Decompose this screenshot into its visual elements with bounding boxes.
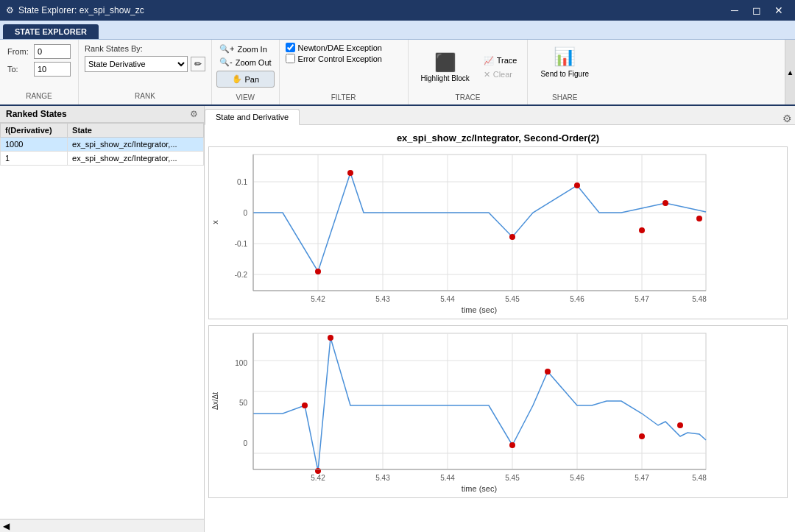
svg-point-25 bbox=[347, 170, 353, 176]
state-derivative-tab[interactable]: State and Derivative bbox=[205, 109, 300, 125]
to-label: To: bbox=[7, 65, 29, 74]
svg-text:5.47: 5.47 bbox=[635, 295, 649, 303]
svg-text:5.43: 5.43 bbox=[375, 295, 390, 303]
pan-icon: ✋ bbox=[232, 74, 242, 84]
left-panel-header: Ranked States ⚙ bbox=[0, 106, 204, 123]
svg-point-55 bbox=[302, 402, 308, 408]
col-state[interactable]: State bbox=[68, 124, 204, 138]
svg-text:-0.1: -0.1 bbox=[235, 240, 248, 248]
svg-rect-33 bbox=[253, 333, 706, 469]
cell-state: ex_spi_show_zc/Integrator,... bbox=[68, 152, 204, 166]
zoom-out-icon: 🔍- bbox=[219, 57, 233, 67]
clear-button[interactable]: ✕ Clear bbox=[479, 68, 522, 81]
ribbon-collapse-button[interactable]: ▲ bbox=[785, 40, 795, 104]
svg-text:time (sec): time (sec) bbox=[462, 305, 497, 314]
trace-group: ⬛ Highlight Block 📈 Trace ✕ Clear TRACE bbox=[409, 40, 529, 104]
main-content: Ranked States ⚙ f(Derivative) State 1000… bbox=[0, 106, 795, 532]
range-group-label: RANGE bbox=[7, 92, 71, 100]
svg-text:5.45: 5.45 bbox=[505, 474, 520, 482]
svg-text:5.45: 5.45 bbox=[505, 295, 520, 303]
ranked-states-table: f(Derivative) State 1000ex_spi_show_zc/I… bbox=[0, 123, 204, 166]
chart-title: ex_spi_show_zc/Integrator, Second-Order(… bbox=[208, 132, 788, 143]
svg-text:x: x bbox=[211, 220, 219, 224]
zoom-in-button[interactable]: 🔍+ Zoom In bbox=[216, 43, 275, 55]
right-panel-settings-icon[interactable]: ⚙ bbox=[782, 113, 792, 124]
table-row[interactable]: 1000ex_spi_show_zc/Integrator,... bbox=[1, 138, 204, 152]
close-button[interactable]: ✕ bbox=[768, 3, 789, 18]
state-explorer-tab[interactable]: STATE EXPLORER bbox=[3, 24, 99, 39]
table-row[interactable]: 1ex_spi_show_zc/Integrator,... bbox=[1, 152, 204, 166]
svg-text:5.48: 5.48 bbox=[692, 295, 707, 303]
send-to-figure-button[interactable]: 📊 Send to Figure bbox=[534, 43, 596, 92]
svg-text:5.47: 5.47 bbox=[635, 474, 649, 482]
error-control-row: Error Control Exception bbox=[286, 54, 402, 63]
panel-settings-icon[interactable]: ⚙ bbox=[190, 109, 198, 119]
chart2-svg: 100 50 0 5.42 5.43 5.44 5.45 5.46 5.47 5… bbox=[209, 326, 717, 495]
share-group-label: SHARE bbox=[552, 93, 577, 102]
scroll-left-icon[interactable]: ◀ bbox=[3, 521, 10, 531]
from-label: From: bbox=[7, 47, 29, 56]
filter-group: Newton/DAE Exception Error Control Excep… bbox=[280, 40, 409, 104]
title-bar-left: ⚙ State Explorer: ex_spi_show_zc bbox=[6, 5, 144, 15]
range-group: From: To: RANGE bbox=[0, 40, 79, 104]
col-derivative[interactable]: f(Derivative) bbox=[1, 124, 68, 138]
highlight-block-icon: ⬛ bbox=[434, 52, 456, 73]
view-group: 🔍+ Zoom In 🔍- Zoom Out ✋ Pan VIEW bbox=[212, 40, 280, 104]
svg-text:5.46: 5.46 bbox=[570, 474, 584, 482]
svg-point-27 bbox=[574, 182, 580, 188]
chart2-wrapper: 100 50 0 5.42 5.43 5.44 5.45 5.46 5.47 5… bbox=[208, 325, 788, 498]
error-control-checkbox[interactable] bbox=[286, 54, 295, 63]
svg-point-61 bbox=[677, 422, 683, 428]
svg-text:5.44: 5.44 bbox=[440, 295, 455, 303]
svg-text:50: 50 bbox=[239, 399, 248, 407]
from-input[interactable] bbox=[34, 44, 71, 59]
zoom-out-button[interactable]: 🔍- Zoom Out bbox=[216, 56, 275, 68]
highlight-block-label: Highlight Block bbox=[421, 74, 470, 82]
tab-ribbon: STATE EXPLORER bbox=[0, 21, 795, 40]
svg-text:5.48: 5.48 bbox=[692, 474, 707, 482]
zoom-out-label: Zoom Out bbox=[236, 58, 272, 67]
cell-derivative: 1 bbox=[1, 152, 68, 166]
newton-dae-checkbox[interactable] bbox=[286, 43, 295, 52]
svg-text:0: 0 bbox=[243, 439, 247, 447]
left-panel-footer: ◀ bbox=[0, 519, 204, 532]
svg-text:5.42: 5.42 bbox=[311, 295, 325, 303]
svg-rect-0 bbox=[253, 155, 706, 291]
rank-edit-button[interactable]: ✏ bbox=[191, 57, 205, 71]
clear-label: Clear bbox=[493, 70, 512, 79]
trace-icon: 📈 bbox=[484, 56, 494, 65]
right-panel-tabs: State and Derivative ⚙ bbox=[205, 106, 795, 125]
trace-button[interactable]: 📈 Trace bbox=[479, 54, 522, 67]
left-panel: Ranked States ⚙ f(Derivative) State 1000… bbox=[0, 106, 205, 532]
filter-group-label: FILTER bbox=[286, 93, 402, 102]
to-row: To: bbox=[7, 62, 71, 77]
chart1-wrapper: 0.1 0 -0.1 -0.2 5.42 5.43 5.44 5.45 5.46… bbox=[208, 146, 788, 319]
cell-derivative: 1000 bbox=[1, 138, 68, 152]
trace-label: Trace bbox=[497, 56, 517, 65]
svg-text:5.46: 5.46 bbox=[570, 295, 584, 303]
svg-point-28 bbox=[639, 227, 645, 233]
newton-dae-label: Newton/DAE Exception bbox=[298, 43, 382, 52]
view-group-label: VIEW bbox=[216, 93, 275, 102]
window-title: State Explorer: ex_spi_show_zc bbox=[18, 5, 144, 15]
svg-text:0.1: 0.1 bbox=[237, 178, 247, 186]
send-to-figure-icon: 📊 bbox=[554, 46, 576, 67]
trace-group-label: TRACE bbox=[414, 93, 522, 102]
svg-text:5.44: 5.44 bbox=[440, 474, 455, 482]
charts-area: ex_spi_show_zc/Integrator, Second-Order(… bbox=[205, 125, 795, 532]
svg-point-26 bbox=[509, 234, 515, 240]
svg-text:Δx/Δt: Δx/Δt bbox=[211, 392, 219, 410]
pan-button[interactable]: ✋ Pan bbox=[216, 71, 275, 88]
share-group: 📊 Send to Figure SHARE bbox=[528, 40, 601, 104]
svg-point-57 bbox=[328, 335, 333, 341]
svg-point-30 bbox=[696, 216, 702, 221]
minimize-button[interactable]: ─ bbox=[724, 3, 745, 18]
to-input[interactable] bbox=[34, 62, 71, 77]
svg-text:0: 0 bbox=[243, 209, 247, 217]
app-icon: ⚙ bbox=[6, 5, 14, 15]
ranked-states-table-container: f(Derivative) State 1000ex_spi_show_zc/I… bbox=[0, 123, 204, 519]
rank-select[interactable]: State Derivative bbox=[85, 56, 188, 72]
restore-button[interactable]: ◻ bbox=[746, 3, 767, 18]
highlight-block-button[interactable]: ⬛ Highlight Block bbox=[414, 49, 476, 86]
zoom-in-icon: 🔍+ bbox=[219, 44, 234, 54]
